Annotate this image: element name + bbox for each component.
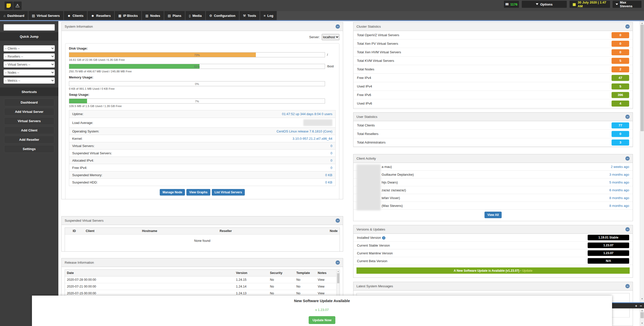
column-header: Notes — [316, 270, 340, 276]
shortcut-button[interactable]: Add Client — [4, 126, 54, 134]
memory-usage-detail: 0 KB of 991.1 MB Used / 0 KB Free — [69, 87, 336, 90]
stat-row: Total Xen HVM Virtual Servers 0 — [353, 48, 633, 57]
release-date: 2020-07-28 00:00:00 — [65, 276, 234, 283]
version-label: Installed Versioni — [357, 236, 385, 240]
nav-item[interactable]: ⚙ Configuration — [206, 11, 239, 20]
release-version: 1.24.15 — [234, 276, 268, 283]
release-table-scrollbar[interactable]: ▲ — [336, 270, 340, 297]
collapse-icon[interactable]: − — [625, 227, 630, 231]
version-badge: 1.23.07 — [588, 243, 629, 248]
collapse-icon[interactable]: − — [336, 24, 340, 29]
scrollbar-thumb[interactable] — [640, 25, 644, 131]
panel-title: User Statistics — [356, 115, 377, 119]
system-info-label: Kernel: — [72, 137, 83, 141]
action-button[interactable]: Manage Node — [160, 189, 185, 196]
zoom-in-icon[interactable]: + — [635, 304, 637, 308]
suspended-vs-head: ID Client Hostname Reseller Node — [65, 228, 340, 235]
sidebar: Quick Jump -- Clients -- -- Resellers --… — [0, 21, 58, 326]
system-info-row: Kernel: 3.10.0-957.21.2.el7.x86_64 — [69, 135, 335, 142]
stat-row: Free IPv4 47 — [353, 74, 633, 82]
version-row: Current Mainline Versioni 1.23.07 — [353, 249, 633, 257]
update-link[interactable]: Update — [522, 269, 533, 272]
collapse-icon[interactable]: − — [625, 24, 630, 29]
activity-row: hijs Dwars) 5 months ago — [353, 178, 633, 186]
collapse-icon[interactable]: − — [625, 115, 630, 119]
collapse-icon[interactable]: − — [336, 260, 340, 265]
scroll-down-icon[interactable]: ▼ — [640, 322, 644, 324]
quick-jump-select[interactable]: -- Nodes -- — [4, 69, 55, 76]
user-menu-button[interactable]: Max Stevens — [613, 1, 641, 8]
nav-item[interactable]: ≡ Log — [260, 11, 277, 20]
quick-jump-select[interactable]: -- Resellers -- — [4, 53, 55, 60]
view-all-button[interactable]: View All — [485, 212, 501, 218]
nav-item[interactable]: ▯ Media — [185, 11, 205, 20]
notes-button[interactable] — [5, 2, 13, 10]
shortcut-button[interactable]: Add Virtual Server — [4, 108, 54, 116]
activity-row: zazaz zazaazaz) 6 months ago — [353, 186, 633, 194]
nav-item[interactable]: ☻ Clients — [64, 11, 87, 20]
nav-item[interactable]: ▤ Virtual Servers — [28, 11, 63, 20]
system-info-value: 0 KB — [325, 180, 332, 184]
page-scrollbar[interactable]: ▲ ▼ ▲ ▼ — [640, 21, 644, 326]
shortcut-button[interactable]: Dashboard — [4, 99, 54, 106]
quick-jump-select[interactable]: -- Clients -- — [4, 45, 55, 52]
system-info-label: Load Average: — [72, 121, 93, 125]
system-info-value: 01:47:52 up 344 days 8:04 0 users — [282, 112, 332, 116]
shortcut-button[interactable]: Virtual Servers — [4, 117, 54, 125]
server-select[interactable]: localhost — [322, 34, 339, 40]
nav-item[interactable]: ▤ Plans — [164, 11, 185, 20]
messages-button[interactable]: ✉ 1176 — [504, 1, 519, 8]
nav-item-label: Configuration — [214, 14, 235, 18]
scroll-down-icon[interactable]: ▼ — [640, 298, 644, 300]
shortcuts-header: Shortcuts — [0, 87, 58, 96]
alerts-button[interactable]: ⚠ — [13, 2, 22, 10]
collapse-icon[interactable]: − — [625, 284, 630, 288]
release-notes-link[interactable]: View — [316, 276, 340, 283]
scrollbar-thumb[interactable] — [337, 273, 339, 283]
action-button[interactable]: List Virtual Servers — [212, 189, 245, 196]
nav-item[interactable]: ▥ Nodes — [142, 11, 164, 20]
disk-usage-heading: Disk Usage: — [69, 46, 336, 50]
system-info-value — [303, 119, 332, 126]
stat-row: Total KVM Virtual Servers 5 — [353, 57, 633, 65]
cluster-statistics-header: Cluster Statistics − — [353, 22, 633, 31]
nav-item[interactable]: ⚒ Tools — [239, 11, 260, 20]
nav-item[interactable]: ⌂ Dashboard — [0, 11, 28, 20]
datetime-button[interactable]: ▦ 30 July 2020 | 1:47 AM — [570, 1, 610, 8]
system-info-label: Suspended Virtual Servers: — [72, 151, 112, 155]
update-now-button[interactable]: Update Now — [309, 316, 335, 324]
activity-time: 8 months ago — [609, 196, 629, 200]
shortcut-button[interactable]: Add Reseller — [4, 136, 54, 144]
sidebar-search-input[interactable] — [4, 24, 55, 31]
scrollbar-thumb[interactable] — [640, 312, 644, 318]
update-banner[interactable]: A New Software Update is Available (v1.2… — [356, 267, 630, 274]
nav-item-label: Resellers — [96, 14, 111, 18]
collapse-icon[interactable]: − — [336, 218, 340, 223]
scroll-up-icon[interactable]: ▲ — [640, 309, 644, 312]
shortcut-button[interactable]: Settings — [4, 145, 54, 153]
swap-usage-detail: 109.5 MB of 1.5 GB Used / 1.39 GB Free — [69, 105, 336, 108]
zoom-out-icon[interactable]: − — [640, 304, 642, 308]
quick-jump-select[interactable]: -- Metrics -- — [4, 77, 55, 84]
panel-title: Release Information — [65, 261, 94, 264]
stat-row: Total Xen PV Virtual Servers 0 — [353, 39, 633, 48]
scroll-up-icon[interactable]: ▲ — [337, 270, 340, 272]
nav-item[interactable]: ▦ IP Blocks — [115, 11, 141, 20]
plans-icon: ▤ — [168, 14, 171, 18]
panel-title: System Information — [65, 25, 93, 28]
empty-message: None found — [65, 235, 340, 252]
options-button[interactable]: Options — [522, 1, 567, 8]
quick-jump-select[interactable]: -- Virtual Servers -- — [4, 61, 55, 68]
release-info-header: Release Information − — [62, 258, 343, 267]
memory-usage-bar: 0% — [69, 81, 325, 86]
release-info-table: Date Version Security Template Notes 202… — [65, 269, 340, 297]
scroll-up-icon[interactable]: ▲ — [640, 22, 644, 24]
nav-item[interactable]: ☻ Resellers — [88, 11, 114, 20]
system-info-value: 0 KB — [325, 173, 332, 177]
disk-usage-bar: 51% — [69, 64, 325, 69]
action-button[interactable]: View Graphs — [186, 189, 210, 196]
panel-title: Versions & Updates — [356, 227, 385, 231]
collapse-icon[interactable]: − — [625, 156, 630, 161]
release-notes-link[interactable]: View — [316, 283, 340, 290]
versions-updates-header: Versions & Updates − — [353, 225, 633, 234]
